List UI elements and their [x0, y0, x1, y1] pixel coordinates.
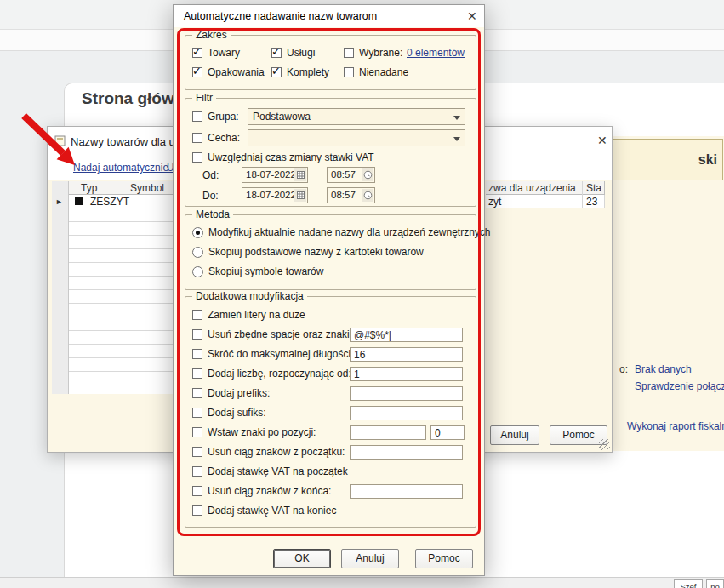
mod-prefiks-input[interactable]	[350, 386, 463, 401]
komplety-label: Komplety	[287, 66, 329, 78]
table-grid-vline-right	[582, 181, 583, 208]
table-row-right[interactable]: zyt 23	[486, 195, 605, 208]
naming-dialog: Automatyczne nadawanie nazw towarom ✕ Za…	[173, 4, 485, 576]
dialog-title: Automatyczne nadawanie nazw towarom	[184, 10, 377, 22]
clock-icon[interactable]	[362, 168, 373, 181]
cecha-label: Cecha:	[208, 132, 240, 144]
mod-sufiks-label: Dodaj sufiks:	[208, 407, 266, 419]
calendar-icon[interactable]	[294, 189, 306, 202]
grupa-label: Grupa:	[208, 111, 239, 123]
wybrane-elements-link[interactable]: 0 elementów	[407, 47, 465, 59]
mod-wstaw-input[interactable]	[350, 425, 426, 440]
brak-danych-link[interactable]: Brak danych	[635, 363, 692, 375]
od-time-field[interactable]: 08:57	[327, 167, 375, 183]
column-header-stawka-fragment[interactable]: Sta	[586, 182, 601, 194]
do-time-field[interactable]: 08:57	[327, 187, 375, 203]
mod-usun-koniec-label: Usuń ciąg znaków z końca:	[208, 485, 331, 497]
uslugi-label: Usługi	[287, 47, 315, 59]
mod-duze-checkbox[interactable]	[192, 310, 202, 320]
towary-checkbox[interactable]	[192, 48, 202, 58]
metoda-label-modyfikuj: Modyfikuj aktualnie nadane nazwy dla urz…	[208, 226, 491, 238]
column-header-nazwa-fragment[interactable]: zwa dla urządzenia	[488, 182, 576, 194]
ok-button[interactable]: OK	[273, 549, 331, 568]
close-icon[interactable]: ✕	[467, 10, 477, 22]
metoda-radio-modyfikuj[interactable]	[192, 227, 203, 238]
cecha-combobox[interactable]	[248, 129, 465, 146]
metoda-radio-symbole[interactable]	[192, 266, 203, 277]
metoda-radio-podstawowe[interactable]	[192, 247, 203, 258]
vat-time-checkbox[interactable]	[192, 152, 202, 163]
mod-spacje-input[interactable]: @#$%*|	[350, 328, 463, 342]
column-header-typ[interactable]: Typ	[81, 182, 97, 194]
bottom-tab-szef[interactable]: Szef	[674, 579, 703, 588]
grupa-checkbox[interactable]	[192, 111, 202, 122]
do-label: Do:	[202, 190, 219, 202]
mod-liczba-input[interactable]: 1	[350, 367, 463, 381]
do-date-field[interactable]: 18-07-2022	[242, 187, 308, 203]
mod-usun-poczatek-label: Usuń ciąg znaków z początku:	[208, 446, 345, 458]
anuluj-button[interactable]: Anuluj	[341, 549, 399, 568]
mod-liczba-checkbox[interactable]	[192, 368, 202, 379]
nadaj-automatycznie-link[interactable]: Nadaj automatycznie	[73, 162, 168, 174]
mod-usun-koniec-input[interactable]	[350, 484, 463, 499]
mod-skroc-input[interactable]: 16	[350, 347, 463, 362]
uslugi-checkbox[interactable]	[271, 48, 282, 58]
wybrane-checkbox[interactable]	[344, 48, 354, 58]
do-time-value: 08:57	[331, 190, 356, 200]
bottom-strip: Szef po	[0, 577, 724, 588]
close-icon[interactable]: ✕	[597, 134, 607, 146]
mod-vat-koniec-checkbox[interactable]	[192, 505, 202, 516]
mod-usun-poczatek-checkbox[interactable]	[192, 447, 202, 457]
window-icon	[54, 135, 66, 149]
mod-skroc-label: Skróć do maksymalnej długości:	[208, 348, 353, 360]
opakowania-label: Opakowania	[208, 66, 265, 78]
bottom-tab-po[interactable]: po	[706, 579, 724, 588]
mod-usun-poczatek-input[interactable]	[350, 445, 463, 460]
clock-icon[interactable]	[362, 189, 373, 202]
mod-vat-koniec-label: Dodaj stawkę VAT na koniec	[208, 505, 336, 517]
mod-wstaw-checkbox[interactable]	[192, 427, 202, 437]
row-stawka-value: 23	[586, 196, 597, 208]
table-header-right: zwa dla urządzenia Sta	[486, 181, 605, 195]
komplety-checkbox[interactable]	[271, 67, 282, 77]
grupa-combobox[interactable]: Podstawowa	[248, 108, 465, 125]
grupa-combobox-value: Podstawowa	[253, 111, 311, 123]
mod-prefiks-checkbox[interactable]	[192, 388, 202, 398]
resize-grip-icon[interactable]	[599, 439, 610, 450]
od-time-value: 08:57	[331, 169, 356, 180]
wybrane-label: Wybrane:	[359, 47, 402, 59]
cecha-checkbox[interactable]	[192, 133, 202, 143]
nienadane-checkbox[interactable]	[344, 67, 354, 77]
application-window: Strona głów ski o: Brak danych Sprawdzen…	[0, 0, 724, 588]
mod-vat-poczatek-checkbox[interactable]	[192, 466, 202, 477]
item-type-icon	[75, 197, 83, 205]
mod-prefiks-label: Dodaj prefiks:	[208, 387, 270, 399]
chevron-down-icon[interactable]	[453, 137, 460, 141]
mod-wstaw-position-input[interactable]: 0	[430, 425, 465, 440]
current-row-marker-icon: ►	[55, 197, 63, 206]
row-symbol-value: ZESZYT	[90, 196, 129, 208]
mod-spacje-checkbox[interactable]	[192, 329, 202, 340]
calendar-icon[interactable]	[294, 168, 306, 181]
table-row[interactable]: ZESZYT	[69, 195, 175, 208]
od-date-field[interactable]: 18-07-2022	[242, 167, 308, 183]
table-grid-vline	[117, 181, 117, 394]
sprawdzenie-polaczenia-link[interactable]: Sprawdzenie połączenia	[635, 380, 724, 392]
mod-liczba-label: Dodaj liczbę, rozpoczynając od:	[208, 368, 351, 380]
mod-vat-poczatek-label: Dodaj stawkę VAT na początek	[208, 465, 348, 477]
mod-sufiks-input[interactable]	[350, 406, 463, 420]
mod-sufiks-checkbox[interactable]	[192, 408, 202, 418]
table-header-left: Typ Symbol	[69, 181, 175, 195]
zakres-legend: Zakres	[192, 29, 231, 41]
list-anuluj-button[interactable]: Anuluj	[490, 425, 539, 445]
wykonaj-raport-link[interactable]: Wykonaj raport fiskalny	[627, 420, 724, 432]
mod-usun-koniec-checkbox[interactable]	[192, 486, 202, 496]
vat-time-label: Uwzględniaj czas zmiany stawki VAT	[208, 151, 374, 163]
mod-skroc-checkbox[interactable]	[192, 349, 202, 359]
pomoc-button[interactable]: Pomoc	[415, 549, 473, 568]
page-title: Strona głów	[82, 89, 174, 108]
column-header-symbol[interactable]: Symbol	[130, 182, 164, 194]
opakowania-checkbox[interactable]	[192, 67, 202, 77]
table-empty-grid	[69, 208, 175, 394]
chevron-down-icon[interactable]	[453, 116, 460, 120]
